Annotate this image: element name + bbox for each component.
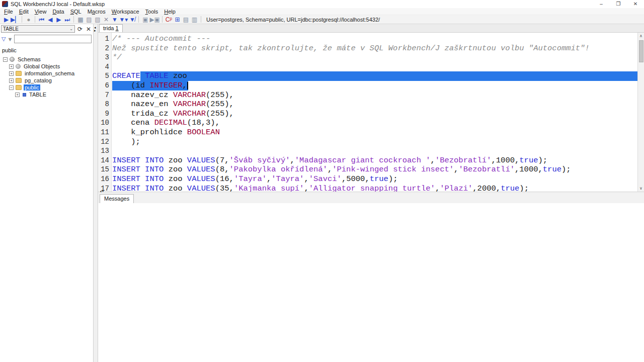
scroll-thumb[interactable] xyxy=(639,40,643,62)
scroll-track[interactable] xyxy=(638,39,644,185)
maximize-button[interactable]: ❐ xyxy=(610,0,627,8)
tree-item-table[interactable]: +TABLE xyxy=(0,91,93,98)
menu-workspace[interactable]: Workspace xyxy=(109,9,142,15)
scroll-down-icon[interactable]: ∨ xyxy=(638,185,644,192)
line-number: 13 xyxy=(98,146,109,156)
expand-icon[interactable]: + xyxy=(9,64,14,69)
token-p: trida_cz xyxy=(112,109,173,119)
menu-help[interactable]: Help xyxy=(161,9,179,15)
insert-row-icon[interactable]: ▧ xyxy=(93,16,102,24)
db-explorer-icon[interactable]: ⊞ xyxy=(173,16,182,24)
tree-item-label: information_schema xyxy=(24,70,75,76)
db-tree-icon[interactable]: ▤ xyxy=(182,16,190,24)
code-line[interactable] xyxy=(112,146,637,156)
refresh-icon[interactable]: ⟳ xyxy=(76,26,84,33)
token-p: , xyxy=(304,174,308,184)
menu-view[interactable]: View xyxy=(32,9,50,15)
code-line[interactable]: INSERT INTO zoo VALUES(8,'Pakobylka okří… xyxy=(112,165,637,174)
filter-dropdown-icon[interactable]: ▼▾ xyxy=(119,16,128,24)
code-line[interactable]: cena DECIMAL(18,3), xyxy=(112,118,637,128)
code-line[interactable] xyxy=(112,62,637,72)
menu-macros[interactable]: Macros xyxy=(85,9,109,15)
token-k: INSERT INTO xyxy=(112,174,164,184)
save-icon[interactable]: ▦ xyxy=(76,16,85,24)
code-area[interactable]: /* --- Autocommit ---Než spustíte tento … xyxy=(112,33,637,192)
first-statement-icon[interactable]: ⏮ xyxy=(37,16,46,24)
menu-sql[interactable]: SQL xyxy=(67,9,85,15)
code-line[interactable]: CREATE TABLE zoo xyxy=(112,71,637,81)
code-line[interactable]: /* --- Autocommit --- xyxy=(112,34,637,44)
token-s: 'Bezobratlí' xyxy=(435,156,492,165)
code-line[interactable]: nazev_cz VARCHAR(255), xyxy=(112,90,637,100)
code-line[interactable]: ); xyxy=(112,137,637,147)
bookmark-icon[interactable]: ▥ xyxy=(190,16,199,24)
menu-tools[interactable]: Tools xyxy=(142,9,162,15)
menu-data[interactable]: Data xyxy=(49,9,67,15)
vertical-scrollbar[interactable]: ∧ ∨ xyxy=(637,33,644,192)
update-db-icon[interactable]: ▨ xyxy=(85,16,93,24)
append-icon[interactable]: ▶▣ xyxy=(149,16,160,24)
menu-file[interactable]: File xyxy=(1,9,16,15)
collapse-icon[interactable]: − xyxy=(9,85,14,90)
scroll-up-icon[interactable]: ∧ xyxy=(638,33,644,39)
tree-item-information-schema[interactable]: +information_schema xyxy=(0,70,93,77)
delete-row-icon[interactable]: ✕ xyxy=(102,16,110,24)
collapse-icon[interactable]: − xyxy=(3,57,8,62)
filter-pin-icon[interactable]: ▼ xyxy=(7,36,13,42)
expand-icon[interactable]: + xyxy=(9,78,14,83)
horizontal-splitter[interactable]: ▴▾ xyxy=(98,192,644,193)
token-t: BOOLEAN xyxy=(187,128,220,137)
filter-icon[interactable]: ▼ xyxy=(110,16,119,24)
commit-icon[interactable]: Cᵖ xyxy=(165,16,173,24)
menu-bar: FileEditViewDataSQLMacrosWorkspaceToolsH… xyxy=(0,8,644,15)
token-t: VARCHAR xyxy=(173,100,206,109)
menu-edit[interactable]: Edit xyxy=(16,9,32,15)
tab-trida-1[interactable]: trida 1 xyxy=(99,24,123,32)
code-line[interactable]: INSERT INTO zoo VALUES(7,'Šváb syčivý','… xyxy=(112,156,637,165)
stop-icon[interactable]: ● xyxy=(24,16,33,24)
expand-icon[interactable]: + xyxy=(9,71,14,76)
line-number-gutter: 1234567891011121314151617181920212223242… xyxy=(98,33,112,192)
token-p: , xyxy=(435,184,440,192)
execute-all-icon[interactable]: ▶ xyxy=(2,16,11,24)
code-line[interactable]: INSERT INTO zoo VALUES(35,'Kajmanka supí… xyxy=(112,184,637,192)
close-button[interactable]: ✕ xyxy=(627,0,644,8)
execute-current-icon[interactable]: ▶▏ xyxy=(11,16,20,24)
folder-icon xyxy=(16,71,22,76)
code-line[interactable]: */ xyxy=(112,53,637,62)
tree-filter-input[interactable] xyxy=(14,35,92,43)
tree-item-schemas[interactable]: −Schemas xyxy=(0,56,93,63)
reset-filter-icon[interactable]: ▼̸ xyxy=(128,16,136,24)
code-line[interactable]: Než spustíte tento skript, tak zkontrolu… xyxy=(112,44,637,53)
splitter-collapse-icon[interactable]: ◂▸ xyxy=(94,26,96,32)
code-line[interactable]: k_prohlidce BOOLEAN xyxy=(112,128,637,137)
code-line[interactable]: (id INTEGER, xyxy=(112,81,637,90)
expand-icon[interactable]: + xyxy=(15,93,20,97)
line-number: 6 xyxy=(98,81,109,90)
close-panel-icon[interactable]: ✕ xyxy=(85,26,92,33)
object-type-dropdown[interactable]: TABLE ⌄ xyxy=(1,25,75,33)
prev-statement-icon[interactable]: ◀ xyxy=(46,16,54,24)
filter-funnel-icon[interactable]: ▽ xyxy=(2,36,6,42)
current-schema-label: public xyxy=(0,44,93,55)
tree-item-global-objects[interactable]: +Global Objects xyxy=(0,63,93,70)
tree-item-public[interactable]: −public xyxy=(0,84,93,91)
token-k: VALUES xyxy=(187,165,215,174)
last-statement-icon[interactable]: ⏭ xyxy=(63,16,71,24)
next-statement-icon[interactable]: ▶ xyxy=(54,16,63,24)
token-p: ,1000, xyxy=(491,156,519,165)
splitter-collapse-icon[interactable]: ▴▾ xyxy=(100,189,104,193)
token-k: VALUES xyxy=(187,174,215,184)
code-line[interactable]: INSERT INTO zoo VALUES(16,'Tayra','Tayra… xyxy=(112,174,637,184)
fetch-icon[interactable]: ▣ xyxy=(141,16,149,24)
code-line[interactable]: trida_cz VARCHAR(255), xyxy=(112,109,637,119)
token-p: , xyxy=(290,156,294,165)
code-line[interactable]: nazev_en VARCHAR(255), xyxy=(112,100,637,109)
tab-label: trida xyxy=(103,25,115,31)
vertical-splitter[interactable]: ◂▸ xyxy=(94,24,98,362)
tree-item-pg-catalog[interactable]: +pg_catalog xyxy=(0,77,93,84)
token-b: true xyxy=(370,174,388,184)
tab-messages[interactable]: Messages xyxy=(100,194,134,203)
minimize-button[interactable]: – xyxy=(593,0,610,8)
sql-editor[interactable]: 1234567891011121314151617181920212223242… xyxy=(98,33,644,192)
